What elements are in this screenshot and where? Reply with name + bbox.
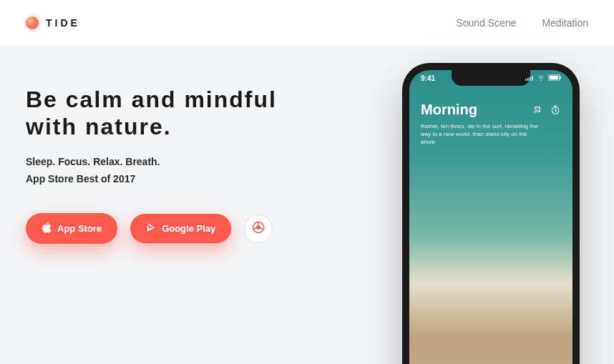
brand-name: TIDE [46,17,80,29]
googleplay-button[interactable]: Google Play [130,214,231,243]
svg-rect-3 [527,78,529,81]
apple-icon [42,222,52,235]
phone-screen: 9:41 Morning [409,70,572,364]
screen-title: Morning [421,102,477,118]
screen-content: Morning Rather, ten times, die in the su… [421,102,561,147]
logo-icon [26,16,39,29]
appstore-button[interactable]: App Store [26,213,117,244]
share-icon[interactable] [531,104,542,116]
screen-action-icons [531,104,561,116]
hero-section: Be calm and mindful with nature. Sleep. … [0,46,614,364]
chrome-button[interactable] [244,215,273,243]
svg-rect-7 [550,76,558,80]
battery-icon [548,74,561,82]
brand-logo[interactable]: TIDE [26,16,80,29]
site-header: TIDE Sound Scene Meditation [0,0,614,46]
phone-mockup: 9:41 Morning [402,63,580,364]
svg-rect-4 [530,77,531,81]
nav-meditation[interactable]: Meditation [542,17,588,29]
chrome-icon [252,221,265,237]
svg-rect-5 [532,76,533,81]
nav-sound-scene[interactable]: Sound Scene [456,17,516,29]
screen-title-row: Morning [421,102,561,118]
timer-icon[interactable] [550,104,561,116]
status-time: 9:41 [421,74,435,82]
svg-rect-2 [525,79,527,81]
status-icons [525,74,561,82]
screen-subtitle: Rather, ten times, die in the surf, hera… [421,122,542,147]
googleplay-label: Google Play [162,223,215,234]
status-bar: 9:41 [409,74,572,82]
main-nav: Sound Scene Meditation [456,17,588,29]
hero-headline: Be calm and mindful with nature. [26,86,326,141]
signal-icon [525,74,534,82]
googleplay-icon [146,222,156,235]
svg-point-1 [256,225,260,230]
svg-rect-8 [560,76,561,79]
appstore-label: App Store [57,223,102,234]
wifi-icon [537,74,545,82]
